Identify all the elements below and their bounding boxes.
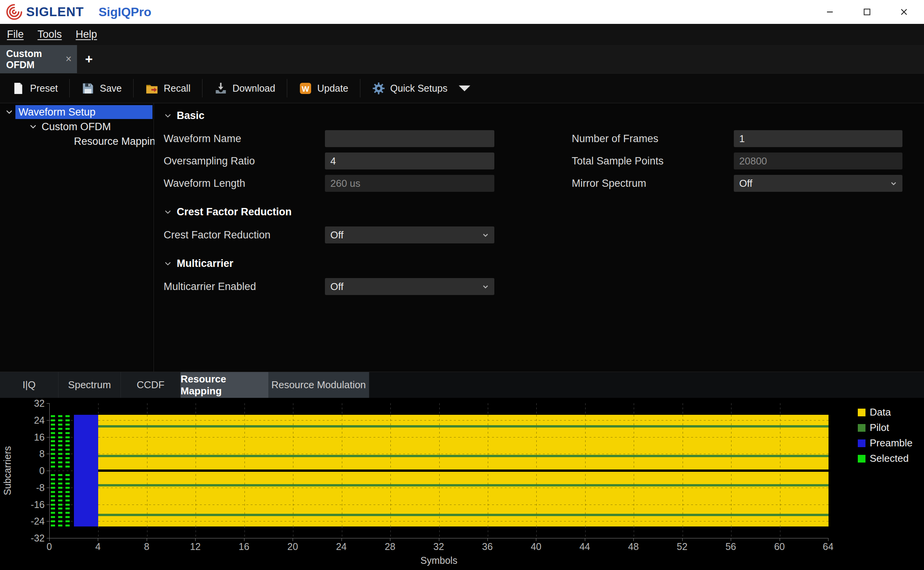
tab-resource-mapping[interactable]: Resource Mapping [181,372,268,398]
y-tick-label: 8 [12,448,45,459]
tree-label-resource-mapping[interactable]: Resource Mapping [72,136,161,148]
chevron-down-icon [164,259,172,268]
oversampling-ratio-label: Oversampling Ratio [164,155,325,167]
gridline-overlay-vertical [731,415,732,526]
x-tick-mark [195,538,196,541]
waveform-length-input [325,175,494,192]
x-tick-mark [341,538,342,541]
x-tick-label: 64 [811,541,845,552]
minimize-icon [826,8,834,16]
gridline-overlay-vertical [293,415,293,526]
tab-close-icon[interactable]: × [65,54,72,64]
mirror-spectrum-select[interactable]: Off [734,175,902,192]
add-tab-button[interactable]: + [77,45,101,73]
legend-label: Selected [870,453,909,464]
x-tick-label: 32 [422,541,456,552]
gridline-overlay-horizontal [98,454,829,454]
gridline-overlay-vertical [634,415,634,526]
gridline-overlay-vertical [439,415,440,526]
legend-swatch-data [858,409,865,416]
section-basic[interactable]: Basic [164,109,924,122]
x-tick-label: 44 [567,541,602,552]
gear-icon [372,82,385,95]
chevron-down-icon[interactable] [3,107,15,117]
tree-item-custom-ofdm[interactable]: Custom OFDM [0,119,154,134]
y-tick-label: -24 [12,516,45,527]
selected-region-line [51,453,73,455]
pilot-line [98,455,829,457]
crest-factor-reduction-select[interactable]: Off [325,226,494,243]
menu-tools[interactable]: Tools [38,28,62,40]
tree-label-custom-ofdm[interactable]: Custom OFDM [39,121,111,133]
minimize-button[interactable] [820,3,840,21]
tab-custom-ofdm[interactable]: Custom OFDM × [0,45,77,73]
oversampling-ratio-input[interactable] [325,153,494,169]
x-tick-label: 16 [227,541,261,552]
tree-item-resource-mapping[interactable]: Resource Mapping [0,134,154,149]
tab-spectrum[interactable]: Spectrum [59,372,121,398]
waveform-name-input[interactable] [325,130,494,147]
save-button[interactable]: Save [70,74,133,103]
x-tick-label: 28 [373,541,407,552]
preset-button[interactable]: Preset [0,74,69,103]
maximize-icon [863,8,871,16]
tree-item-waveform-setup[interactable]: Waveform Setup [0,105,154,119]
chevron-down-icon [889,178,899,188]
tab-resource-modulation[interactable]: Resource Modulation [268,372,369,398]
download-button[interactable]: Download [203,74,287,103]
x-tick-label: 56 [713,541,748,552]
tab-iq[interactable]: I|Q [0,372,59,398]
y-tick-label: -8 [12,482,45,493]
plot-area [49,403,829,538]
pilot-line [98,425,829,428]
section-crest-factor-reduction[interactable]: Crest Factor Reduction [164,205,924,219]
chevron-down-icon [480,282,490,292]
titlebar: SIGLENT SigIQPro [0,0,924,24]
section-multicarrier-title: Multicarrier [177,258,233,270]
y-tick-mark [47,538,49,538]
update-button[interactable]: W Update [287,74,360,103]
x-tick-label: 12 [178,541,213,552]
quick-setups-button[interactable]: Quick Setups [360,74,483,103]
selected-region-line [51,436,73,438]
gridline-overlay-horizontal [98,488,829,488]
selected-region-line [51,508,73,510]
crest-form: Crest Factor Reduction Off [164,226,924,243]
close-button[interactable] [894,3,914,21]
y-tick-mark [47,521,49,521]
x-tick-mark [98,538,98,541]
tree-label-waveform-setup[interactable]: Waveform Setup [15,105,152,119]
selected-region-line [51,440,73,442]
y-tick-mark [47,420,49,421]
y-tick-mark [47,488,49,488]
waveform-length-label: Waveform Length [164,178,325,189]
recall-button[interactable]: Recall [134,74,202,103]
y-tick-mark [47,403,49,404]
section-crest-title: Crest Factor Reduction [177,206,292,218]
menu-help[interactable]: Help [76,28,97,40]
x-tick-mark [731,538,731,541]
x-tick-mark [828,538,829,541]
legend-swatch-selected [858,455,865,463]
chevron-down-icon[interactable] [27,122,39,131]
selected-region-line [51,415,73,417]
maximize-button[interactable] [857,3,877,21]
section-basic-title: Basic [177,110,204,122]
selected-region-line [51,483,73,484]
multicarrier-enabled-label: Multicarrier Enabled [164,281,325,293]
tab-ccdf[interactable]: CCDF [121,372,181,398]
menu-file[interactable]: File [7,28,24,40]
selected-region-line [51,444,73,446]
crest-factor-reduction-label: Crest Factor Reduction [164,229,325,241]
y-tick-mark [47,454,49,454]
svg-text:W: W [302,84,310,93]
number-of-frames-input[interactable] [734,130,902,147]
multicarrier-enabled-select[interactable]: Off [325,278,494,295]
download-label: Download [233,83,275,94]
section-multicarrier[interactable]: Multicarrier [164,256,924,270]
legend-item-pilot: Pilot [858,422,912,434]
gridline-overlay-horizontal [98,420,829,421]
x-tick-mark [293,538,293,541]
preset-label: Preset [30,83,58,94]
legend-item-selected: Selected [858,453,912,464]
